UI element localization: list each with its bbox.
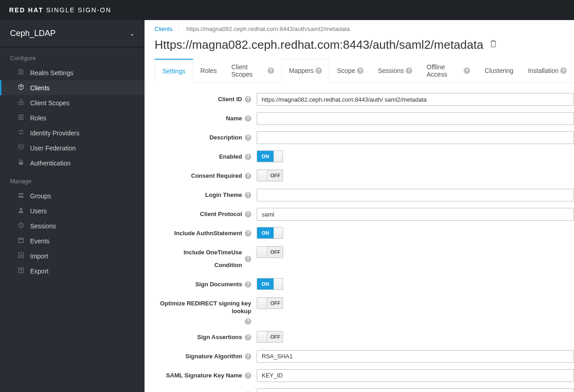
consent-required-toggle[interactable]: OFF <box>257 170 283 181</box>
help-icon[interactable]: ? <box>406 67 412 74</box>
name-input[interactable] <box>257 112 574 125</box>
enabled-toggle[interactable]: ON <box>257 150 283 162</box>
cubes-icon <box>17 99 25 107</box>
sidebar-item-label: Events <box>30 237 50 245</box>
sidebar-item-user-federation[interactable]: User Federation <box>0 140 145 155</box>
import-icon <box>17 252 25 260</box>
sliders-icon <box>17 69 25 77</box>
tab-offline-access[interactable]: Offline Access ? <box>419 59 477 83</box>
help-icon[interactable]: ? <box>245 334 251 340</box>
tab-mappers[interactable]: Mappers ? <box>281 59 330 83</box>
canonicalization-select[interactable] <box>257 388 574 392</box>
help-icon[interactable]: ? <box>245 96 251 103</box>
label-sign-documents: Sign Documents? <box>155 278 257 291</box>
sidebar-item-identity-providers[interactable]: Identity Providers <box>0 125 145 140</box>
help-icon[interactable]: ? <box>245 173 251 179</box>
sidebar-item-sessions[interactable]: Sessions <box>0 218 145 233</box>
help-icon[interactable]: ? <box>245 256 251 262</box>
label-onetimeuse: Include OneTimeUse Condition? <box>155 246 257 272</box>
sidebar-item-import[interactable]: Import <box>0 248 145 263</box>
delete-client-button[interactable] <box>490 40 497 50</box>
include-authn-toggle[interactable]: ON <box>257 227 283 239</box>
help-icon[interactable]: ? <box>245 211 251 217</box>
sidebar-item-label: Sessions <box>30 222 56 230</box>
svg-rect-0 <box>18 70 24 70</box>
tab-sessions[interactable]: Sessions ? <box>371 59 419 83</box>
onetimeuse-toggle[interactable]: OFF <box>257 246 283 258</box>
label-login-theme: Login Theme? <box>155 189 257 201</box>
help-icon[interactable]: ? <box>268 67 274 74</box>
sidebar-item-roles[interactable]: Roles <box>0 110 145 125</box>
database-icon <box>17 144 25 152</box>
sidebar-item-export[interactable]: Export <box>0 263 145 279</box>
brand-product-name: SINGLE SIGN-ON <box>46 6 111 14</box>
tab-scope[interactable]: Scope ? <box>330 59 371 83</box>
user-icon <box>17 207 25 215</box>
help-icon[interactable]: ? <box>357 67 363 74</box>
help-icon[interactable]: ? <box>245 372 251 379</box>
help-icon[interactable]: ? <box>245 134 251 141</box>
lock-icon <box>17 159 25 167</box>
svg-rect-8 <box>20 99 22 102</box>
help-icon[interactable]: ? <box>245 192 251 198</box>
sidebar-item-label: Groups <box>30 192 51 200</box>
sidebar-item-authentication[interactable]: Authentication <box>0 155 145 170</box>
page-title: Https://magna082.ceph.redhat.com:8443/au… <box>155 38 574 52</box>
users-icon <box>17 192 25 200</box>
signature-algorithm-select[interactable] <box>257 350 574 363</box>
saml-key-name-select[interactable] <box>257 369 574 382</box>
description-input[interactable] <box>257 131 574 144</box>
help-icon[interactable]: ? <box>245 281 251 288</box>
realm-name: Ceph_LDAP <box>10 29 56 38</box>
sidebar: Ceph_LDAP ⌄ Configure Realm Settings Cli… <box>0 20 145 392</box>
svg-rect-2 <box>18 74 24 74</box>
nav-section-configure: Configure <box>0 47 145 65</box>
optimize-redirect-toggle[interactable]: OFF <box>257 297 283 309</box>
sidebar-item-groups[interactable]: Groups <box>0 188 145 203</box>
calendar-icon <box>17 237 25 245</box>
export-icon <box>17 267 25 275</box>
nav-section-manage: Manage <box>0 170 145 188</box>
svg-point-3 <box>19 69 21 71</box>
tab-roles[interactable]: Roles <box>193 59 224 83</box>
sidebar-item-realm-settings[interactable]: Realm Settings <box>0 65 145 80</box>
help-icon[interactable]: ? <box>245 230 251 237</box>
tab-installation[interactable]: Installation ? <box>521 59 574 83</box>
login-theme-select[interactable] <box>257 189 574 201</box>
help-icon[interactable]: ? <box>245 154 251 160</box>
sidebar-item-label: Users <box>30 207 47 215</box>
label-description: Description? <box>155 131 257 144</box>
help-icon[interactable]: ? <box>315 67 322 74</box>
realm-selector[interactable]: Ceph_LDAP ⌄ <box>0 20 145 47</box>
label-client-id: Client ID? <box>155 93 257 106</box>
sidebar-item-client-scopes[interactable]: Client Scopes <box>0 95 145 110</box>
svg-rect-1 <box>18 72 24 72</box>
help-icon[interactable]: ? <box>560 67 567 74</box>
label-optimize-redirect: Optimize REDIRECT signing key lookup? <box>155 297 257 325</box>
sidebar-item-label: User Federation <box>30 144 76 152</box>
svg-rect-6 <box>18 102 21 104</box>
tab-client-scopes[interactable]: Client Scopes ? <box>224 59 281 83</box>
sidebar-item-clients[interactable]: Clients <box>0 80 145 95</box>
svg-point-16 <box>20 208 22 210</box>
client-id-input[interactable] <box>257 93 574 106</box>
main-content: Clients 〉 https://magna082.ceph.redhat.c… <box>145 20 574 392</box>
help-icon[interactable]: ? <box>245 318 251 325</box>
breadcrumb-root-link[interactable]: Clients <box>155 26 173 32</box>
sidebar-item-label: Roles <box>30 114 47 122</box>
help-icon[interactable]: ? <box>245 353 251 360</box>
sidebar-item-label: Realm Settings <box>30 69 73 77</box>
help-icon[interactable]: ? <box>464 67 470 74</box>
client-protocol-select[interactable] <box>257 208 574 221</box>
tab-clustering[interactable]: Clustering <box>477 59 521 83</box>
svg-rect-10 <box>18 117 24 118</box>
sidebar-item-users[interactable]: Users <box>0 203 145 218</box>
help-icon[interactable]: ? <box>245 115 251 122</box>
breadcrumb-current: https://magna082.ceph.redhat.com:8443/au… <box>186 26 350 32</box>
svg-rect-7 <box>21 102 24 104</box>
tab-settings[interactable]: Settings <box>155 59 193 83</box>
sign-assertions-toggle[interactable]: OFF <box>257 331 283 343</box>
sidebar-item-events[interactable]: Events <box>0 233 145 248</box>
settings-form: Client ID? Name? Description? Enabled? O… <box>155 93 574 392</box>
sign-documents-toggle[interactable]: ON <box>257 278 283 290</box>
